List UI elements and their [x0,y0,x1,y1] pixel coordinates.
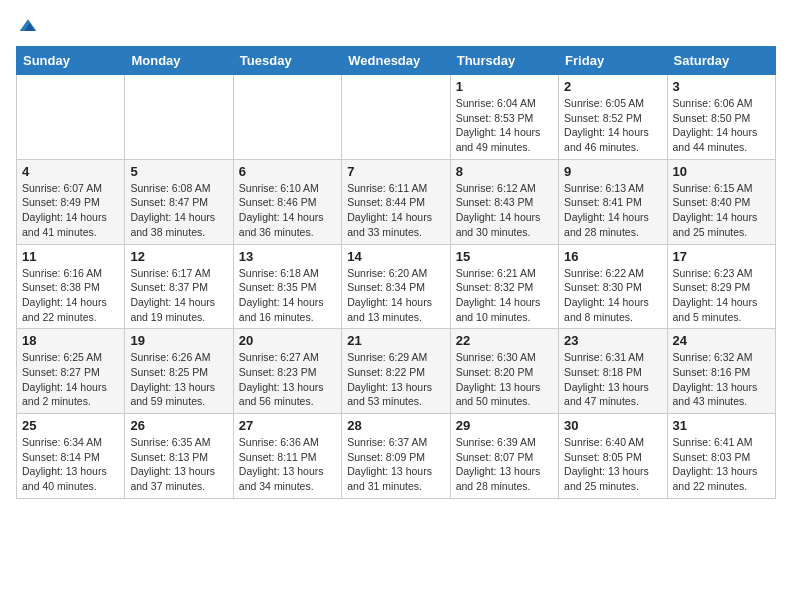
day-number: 26 [130,418,227,433]
calendar-cell: 24Sunrise: 6:32 AM Sunset: 8:16 PM Dayli… [667,329,775,414]
calendar-cell [342,75,450,160]
day-info: Sunrise: 6:10 AM Sunset: 8:46 PM Dayligh… [239,181,336,240]
calendar-week-row: 18Sunrise: 6:25 AM Sunset: 8:27 PM Dayli… [17,329,776,414]
day-number: 14 [347,249,444,264]
calendar-cell: 29Sunrise: 6:39 AM Sunset: 8:07 PM Dayli… [450,414,558,499]
calendar-week-row: 1Sunrise: 6:04 AM Sunset: 8:53 PM Daylig… [17,75,776,160]
day-info: Sunrise: 6:37 AM Sunset: 8:09 PM Dayligh… [347,435,444,494]
day-info: Sunrise: 6:16 AM Sunset: 8:38 PM Dayligh… [22,266,119,325]
calendar-cell [125,75,233,160]
day-info: Sunrise: 6:29 AM Sunset: 8:22 PM Dayligh… [347,350,444,409]
day-number: 20 [239,333,336,348]
day-info: Sunrise: 6:13 AM Sunset: 8:41 PM Dayligh… [564,181,661,240]
day-info: Sunrise: 6:04 AM Sunset: 8:53 PM Dayligh… [456,96,553,155]
day-number: 16 [564,249,661,264]
day-number: 19 [130,333,227,348]
day-number: 13 [239,249,336,264]
day-info: Sunrise: 6:07 AM Sunset: 8:49 PM Dayligh… [22,181,119,240]
weekday-header-saturday: Saturday [667,47,775,75]
weekday-header-tuesday: Tuesday [233,47,341,75]
calendar-cell: 15Sunrise: 6:21 AM Sunset: 8:32 PM Dayli… [450,244,558,329]
day-number: 7 [347,164,444,179]
day-number: 24 [673,333,770,348]
calendar-week-row: 11Sunrise: 6:16 AM Sunset: 8:38 PM Dayli… [17,244,776,329]
calendar-cell: 25Sunrise: 6:34 AM Sunset: 8:14 PM Dayli… [17,414,125,499]
calendar-cell: 12Sunrise: 6:17 AM Sunset: 8:37 PM Dayli… [125,244,233,329]
calendar-cell: 27Sunrise: 6:36 AM Sunset: 8:11 PM Dayli… [233,414,341,499]
day-info: Sunrise: 6:15 AM Sunset: 8:40 PM Dayligh… [673,181,770,240]
calendar-cell: 19Sunrise: 6:26 AM Sunset: 8:25 PM Dayli… [125,329,233,414]
day-number: 9 [564,164,661,179]
logo-icon [18,16,38,36]
calendar-cell: 8Sunrise: 6:12 AM Sunset: 8:43 PM Daylig… [450,159,558,244]
day-number: 22 [456,333,553,348]
day-info: Sunrise: 6:27 AM Sunset: 8:23 PM Dayligh… [239,350,336,409]
day-number: 4 [22,164,119,179]
day-info: Sunrise: 6:40 AM Sunset: 8:05 PM Dayligh… [564,435,661,494]
calendar-cell: 5Sunrise: 6:08 AM Sunset: 8:47 PM Daylig… [125,159,233,244]
day-number: 27 [239,418,336,433]
calendar-cell [17,75,125,160]
calendar-cell: 20Sunrise: 6:27 AM Sunset: 8:23 PM Dayli… [233,329,341,414]
day-number: 31 [673,418,770,433]
day-number: 18 [22,333,119,348]
day-number: 8 [456,164,553,179]
day-info: Sunrise: 6:23 AM Sunset: 8:29 PM Dayligh… [673,266,770,325]
day-info: Sunrise: 6:05 AM Sunset: 8:52 PM Dayligh… [564,96,661,155]
day-info: Sunrise: 6:08 AM Sunset: 8:47 PM Dayligh… [130,181,227,240]
day-info: Sunrise: 6:20 AM Sunset: 8:34 PM Dayligh… [347,266,444,325]
weekday-header-thursday: Thursday [450,47,558,75]
day-number: 21 [347,333,444,348]
day-number: 28 [347,418,444,433]
day-number: 10 [673,164,770,179]
calendar-week-row: 25Sunrise: 6:34 AM Sunset: 8:14 PM Dayli… [17,414,776,499]
calendar-header-row: SundayMondayTuesdayWednesdayThursdayFrid… [17,47,776,75]
calendar-cell: 17Sunrise: 6:23 AM Sunset: 8:29 PM Dayli… [667,244,775,329]
calendar-cell: 28Sunrise: 6:37 AM Sunset: 8:09 PM Dayli… [342,414,450,499]
calendar-cell: 13Sunrise: 6:18 AM Sunset: 8:35 PM Dayli… [233,244,341,329]
day-info: Sunrise: 6:35 AM Sunset: 8:13 PM Dayligh… [130,435,227,494]
calendar-cell: 1Sunrise: 6:04 AM Sunset: 8:53 PM Daylig… [450,75,558,160]
calendar-cell: 31Sunrise: 6:41 AM Sunset: 8:03 PM Dayli… [667,414,775,499]
calendar-cell: 14Sunrise: 6:20 AM Sunset: 8:34 PM Dayli… [342,244,450,329]
day-info: Sunrise: 6:41 AM Sunset: 8:03 PM Dayligh… [673,435,770,494]
day-info: Sunrise: 6:31 AM Sunset: 8:18 PM Dayligh… [564,350,661,409]
day-number: 6 [239,164,336,179]
day-number: 15 [456,249,553,264]
day-number: 29 [456,418,553,433]
day-number: 2 [564,79,661,94]
day-info: Sunrise: 6:11 AM Sunset: 8:44 PM Dayligh… [347,181,444,240]
day-number: 23 [564,333,661,348]
weekday-header-monday: Monday [125,47,233,75]
day-number: 12 [130,249,227,264]
calendar-cell: 3Sunrise: 6:06 AM Sunset: 8:50 PM Daylig… [667,75,775,160]
logo [16,16,38,36]
day-info: Sunrise: 6:12 AM Sunset: 8:43 PM Dayligh… [456,181,553,240]
calendar-cell: 16Sunrise: 6:22 AM Sunset: 8:30 PM Dayli… [559,244,667,329]
calendar-cell: 30Sunrise: 6:40 AM Sunset: 8:05 PM Dayli… [559,414,667,499]
day-info: Sunrise: 6:21 AM Sunset: 8:32 PM Dayligh… [456,266,553,325]
day-info: Sunrise: 6:36 AM Sunset: 8:11 PM Dayligh… [239,435,336,494]
day-info: Sunrise: 6:18 AM Sunset: 8:35 PM Dayligh… [239,266,336,325]
calendar-cell: 26Sunrise: 6:35 AM Sunset: 8:13 PM Dayli… [125,414,233,499]
calendar-cell: 23Sunrise: 6:31 AM Sunset: 8:18 PM Dayli… [559,329,667,414]
calendar-cell: 6Sunrise: 6:10 AM Sunset: 8:46 PM Daylig… [233,159,341,244]
day-info: Sunrise: 6:30 AM Sunset: 8:20 PM Dayligh… [456,350,553,409]
calendar-cell: 10Sunrise: 6:15 AM Sunset: 8:40 PM Dayli… [667,159,775,244]
calendar-cell: 22Sunrise: 6:30 AM Sunset: 8:20 PM Dayli… [450,329,558,414]
calendar-cell: 2Sunrise: 6:05 AM Sunset: 8:52 PM Daylig… [559,75,667,160]
day-info: Sunrise: 6:26 AM Sunset: 8:25 PM Dayligh… [130,350,227,409]
day-number: 25 [22,418,119,433]
calendar-table: SundayMondayTuesdayWednesdayThursdayFrid… [16,46,776,499]
calendar-cell: 4Sunrise: 6:07 AM Sunset: 8:49 PM Daylig… [17,159,125,244]
day-info: Sunrise: 6:22 AM Sunset: 8:30 PM Dayligh… [564,266,661,325]
page-header [16,16,776,36]
calendar-cell: 7Sunrise: 6:11 AM Sunset: 8:44 PM Daylig… [342,159,450,244]
calendar-cell: 21Sunrise: 6:29 AM Sunset: 8:22 PM Dayli… [342,329,450,414]
day-info: Sunrise: 6:34 AM Sunset: 8:14 PM Dayligh… [22,435,119,494]
weekday-header-friday: Friday [559,47,667,75]
day-number: 3 [673,79,770,94]
weekday-header-sunday: Sunday [17,47,125,75]
calendar-cell: 9Sunrise: 6:13 AM Sunset: 8:41 PM Daylig… [559,159,667,244]
day-info: Sunrise: 6:25 AM Sunset: 8:27 PM Dayligh… [22,350,119,409]
